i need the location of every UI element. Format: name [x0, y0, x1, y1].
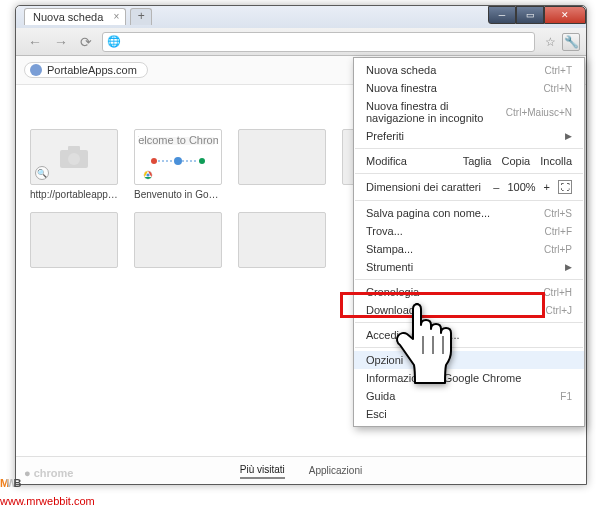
magnifier-icon: 🔍 [35, 166, 49, 180]
menu-item-tools[interactable]: Strumenti▶ [354, 258, 584, 276]
tab-strip: Nuova scheda × + [24, 8, 152, 25]
back-button[interactable]: ← [22, 34, 48, 50]
most-visited-tile-empty[interactable] [30, 212, 118, 268]
thumbnail-empty [238, 129, 326, 185]
menu-item-find[interactable]: Trova...Ctrl+F [354, 222, 584, 240]
thumbnail: 🔍 [30, 129, 118, 185]
thumbnail-empty [30, 212, 118, 268]
edit-paste[interactable]: Incolla [540, 155, 572, 167]
wrench-dropdown-menu: Nuova schedaCtrl+T Nuova finestraCtrl+N … [353, 57, 585, 427]
ntp-footer: ● chrome Più visitati Applicazioni [16, 456, 586, 484]
wrench-menu-button[interactable]: 🔧 [562, 33, 580, 51]
edit-copy[interactable]: Copia [501, 155, 530, 167]
submenu-arrow-icon: ▶ [565, 131, 572, 141]
tile-label: http://portableapps.c... [30, 189, 118, 200]
tile-label: Benvenuto in Google... [134, 189, 222, 200]
reload-button[interactable]: ⟳ [74, 34, 98, 50]
svg-point-7 [151, 158, 157, 164]
camera-icon [59, 145, 89, 169]
bookmark-star-icon[interactable]: ☆ [545, 35, 556, 49]
zoom-in[interactable]: + [544, 181, 550, 193]
thumbnail-empty [238, 212, 326, 268]
menu-item-about[interactable]: Informazioni su Google Chrome [354, 369, 584, 387]
menu-item-exit[interactable]: Esci [354, 405, 584, 423]
menu-item-help[interactable]: GuidaF1 [354, 387, 584, 405]
site-icon: 🌐 [107, 35, 121, 48]
menu-item-incognito[interactable]: Nuova finestra di navigazione in incogni… [354, 97, 584, 127]
menu-separator [355, 322, 583, 323]
submenu-arrow-icon: ▶ [565, 262, 572, 272]
window-controls: ─ ▭ ✕ [488, 6, 586, 24]
thumbnail: Welcome to Chrome [134, 129, 222, 185]
footer-tab-apps[interactable]: Applicazioni [309, 463, 362, 478]
menu-separator [355, 347, 583, 348]
svg-text:Welcome to Chrome: Welcome to Chrome [138, 134, 218, 146]
svg-point-1 [68, 153, 80, 165]
menu-item-bookmarks[interactable]: Preferiti▶ [354, 127, 584, 145]
app-chip-portableapps[interactable]: PortableApps.com [24, 62, 148, 78]
menu-item-zoom: Dimensioni dei caratteri – 100% + ⛶ [354, 177, 584, 197]
watermark: MWB www.mrwebbit.com [0, 455, 95, 509]
close-tab-icon[interactable]: × [113, 11, 119, 22]
thumbnail-empty [134, 212, 222, 268]
menu-separator [355, 173, 583, 174]
menu-separator [355, 279, 583, 280]
chrome-welcome-thumbnail-icon: Welcome to Chrome [138, 133, 218, 181]
menu-item-downloads[interactable]: DownloadCtrl+J [354, 301, 584, 319]
menu-item-signin[interactable]: Accedi a Chrome... [354, 326, 584, 344]
menu-item-print[interactable]: Stampa...Ctrl+P [354, 240, 584, 258]
most-visited-tile-empty[interactable] [238, 212, 326, 268]
address-bar[interactable]: 🌐 [102, 32, 535, 52]
watermark-url: www.mrwebbit.com [0, 495, 95, 507]
svg-point-8 [199, 158, 205, 164]
svg-rect-2 [68, 146, 80, 152]
browser-tab[interactable]: Nuova scheda × [24, 8, 126, 25]
tab-title: Nuova scheda [33, 11, 103, 23]
menu-separator [355, 200, 583, 201]
menu-item-new-tab[interactable]: Nuova schedaCtrl+T [354, 61, 584, 79]
favicon-icon [30, 64, 42, 76]
menu-separator [355, 148, 583, 149]
maximize-button[interactable]: ▭ [516, 6, 544, 24]
menu-item-options[interactable]: Opzioni [354, 351, 584, 369]
most-visited-tile-empty[interactable] [238, 129, 326, 200]
menu-item-new-window[interactable]: Nuova finestraCtrl+N [354, 79, 584, 97]
most-visited-tile-empty[interactable] [134, 212, 222, 268]
close-window-button[interactable]: ✕ [544, 6, 586, 24]
forward-button[interactable]: → [48, 34, 74, 50]
footer-tab-most-visited[interactable]: Più visitati [240, 462, 285, 479]
svg-point-6 [174, 157, 182, 165]
most-visited-tile[interactable]: Welcome to Chrome Benvenuto in Google... [134, 129, 222, 200]
most-visited-tile[interactable]: 🔍 http://portableapps.c... [30, 129, 118, 200]
menu-item-save-as[interactable]: Salva pagina con nome...Ctrl+S [354, 204, 584, 222]
minimize-button[interactable]: ─ [488, 6, 516, 24]
menu-item-history[interactable]: CronologiaCtrl+H [354, 283, 584, 301]
svg-point-13 [146, 173, 149, 176]
zoom-out[interactable]: – [493, 181, 499, 193]
watermark-logo: MWB [0, 457, 95, 499]
chip-label: PortableApps.com [47, 64, 137, 76]
toolbar: ← → ⟳ 🌐 ☆ 🔧 [16, 28, 586, 56]
menu-item-edit: Modifica Taglia Copia Incolla [354, 152, 584, 170]
edit-cut[interactable]: Taglia [463, 155, 492, 167]
window-titlebar: Nuova scheda × + ─ ▭ ✕ [16, 6, 586, 28]
fullscreen-icon[interactable]: ⛶ [558, 180, 572, 194]
new-tab-button[interactable]: + [130, 8, 152, 25]
zoom-value: 100% [507, 181, 535, 193]
